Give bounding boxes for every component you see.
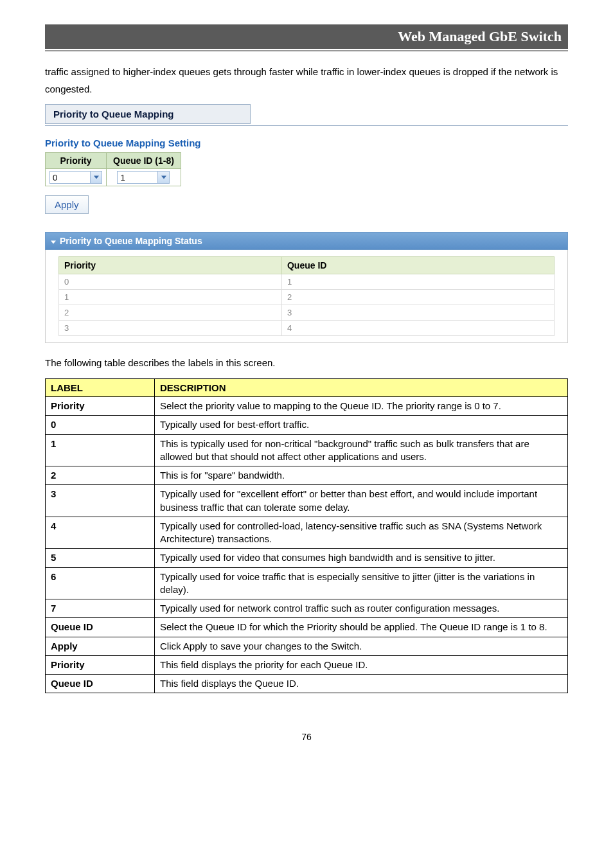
desc-text: Typically used for best-effort traffic. [155, 416, 568, 434]
status-table: Priority Queue ID 0 1 1 2 2 3 3 4 [58, 256, 555, 336]
status-cell: 4 [281, 321, 554, 336]
desc-text: Typically used for controlled-load, late… [155, 517, 568, 549]
desc-label: Priority [46, 397, 155, 416]
desc-text: This field displays the Queue ID. [155, 675, 568, 693]
table-row: Queue ID Select the Queue ID for which t… [46, 618, 568, 637]
desc-header-description: DESCRIPTION [155, 379, 568, 397]
desc-text: This is typically used for non-critical … [155, 434, 568, 466]
desc-label: 1 [46, 434, 155, 466]
status-cell: 2 [59, 305, 282, 321]
desc-label: Priority [46, 655, 155, 674]
priority-select[interactable]: 0 [49, 171, 102, 184]
desc-text: This is for "spare" bandwidth. [155, 466, 568, 485]
table-row: 3 4 [59, 321, 555, 336]
desc-label: 5 [46, 549, 155, 567]
desc-text: Click Apply to save your changes to the … [155, 637, 568, 655]
desc-intro: The following table describes the labels… [45, 357, 568, 368]
description-table: LABEL DESCRIPTION Priority Select the pr… [45, 378, 568, 693]
status-panel-title[interactable]: Priority to Queue Mapping Status [45, 232, 568, 250]
desc-label: Queue ID [46, 675, 155, 693]
desc-label: 2 [46, 466, 155, 485]
setting-heading: Priority to Queue Mapping Setting [45, 137, 568, 148]
table-row: 1 2 [59, 290, 555, 305]
desc-text: Typically used for video that consumes h… [155, 549, 568, 567]
table-row: 3 Typically used for "excellent effort" … [46, 485, 568, 517]
chevron-down-icon [90, 172, 102, 183]
desc-text: Typically used for "excellent effort" or… [155, 485, 568, 517]
status-col-queue: Queue ID [281, 257, 554, 274]
desc-text: Select the priority value to mapping to … [155, 397, 568, 416]
table-row: Priority This field displays the priorit… [46, 655, 568, 674]
table-row: 2 This is for "spare" bandwidth. [46, 466, 568, 485]
desc-text: This field displays the priority for eac… [155, 655, 568, 674]
priority-select-value: 0 [50, 173, 90, 182]
apply-button[interactable]: Apply [45, 195, 89, 214]
queue-select-value: 1 [118, 173, 157, 182]
desc-header-label: LABEL [46, 379, 155, 397]
setting-table: Priority Queue ID (1-8) 0 1 [45, 152, 181, 186]
desc-label: 7 [46, 599, 155, 618]
table-row: Priority Select the priority value to ma… [46, 397, 568, 416]
table-row: 7 Typically used for network control tra… [46, 599, 568, 618]
table-row: 6 Typically used for voice traffic that … [46, 567, 568, 599]
setting-col-queue: Queue ID (1-8) [107, 153, 181, 169]
desc-label: 6 [46, 567, 155, 599]
status-panel: Priority to Queue Mapping Status Priorit… [45, 232, 568, 343]
desc-text: Select the Queue ID for which the Priori… [155, 618, 568, 637]
queue-select[interactable]: 1 [117, 171, 170, 184]
setting-col-priority: Priority [46, 153, 107, 169]
status-cell: 1 [281, 274, 554, 290]
status-cell: 1 [59, 290, 282, 305]
desc-label: 3 [46, 485, 155, 517]
table-row: 2 3 [59, 305, 555, 321]
table-row: Apply Click Apply to save your changes t… [46, 637, 568, 655]
status-col-priority: Priority [59, 257, 282, 274]
desc-label: Apply [46, 637, 155, 655]
chevron-down-icon [157, 172, 169, 183]
page-number: 76 [45, 732, 568, 742]
panel-divider [45, 125, 568, 126]
desc-text: Typically used for network control traff… [155, 599, 568, 618]
caret-down-icon [51, 236, 56, 246]
status-cell: 3 [281, 305, 554, 321]
table-row: 0 1 [59, 274, 555, 290]
desc-label: Queue ID [46, 618, 155, 637]
status-cell: 0 [59, 274, 282, 290]
table-row: 1 This is typically used for non-critica… [46, 434, 568, 466]
intro-paragraph: traffic assigned to higher-index queues … [45, 63, 568, 98]
desc-label: 0 [46, 416, 155, 434]
table-row: Queue ID This field displays the Queue I… [46, 675, 568, 693]
table-row: 5 Typically used for video that consumes… [46, 549, 568, 567]
table-row: 4 Typically used for controlled-load, la… [46, 517, 568, 549]
table-row: 0 Typically used for best-effort traffic… [46, 416, 568, 434]
status-cell: 3 [59, 321, 282, 336]
status-cell: 2 [281, 290, 554, 305]
status-title-text: Priority to Queue Mapping Status [60, 236, 202, 246]
desc-text: Typically used for voice traffic that is… [155, 567, 568, 599]
page-header: Web Managed GbE Switch [45, 24, 568, 49]
panel-title: Priority to Queue Mapping [45, 104, 251, 124]
header-divider [45, 50, 568, 51]
desc-label: 4 [46, 517, 155, 549]
